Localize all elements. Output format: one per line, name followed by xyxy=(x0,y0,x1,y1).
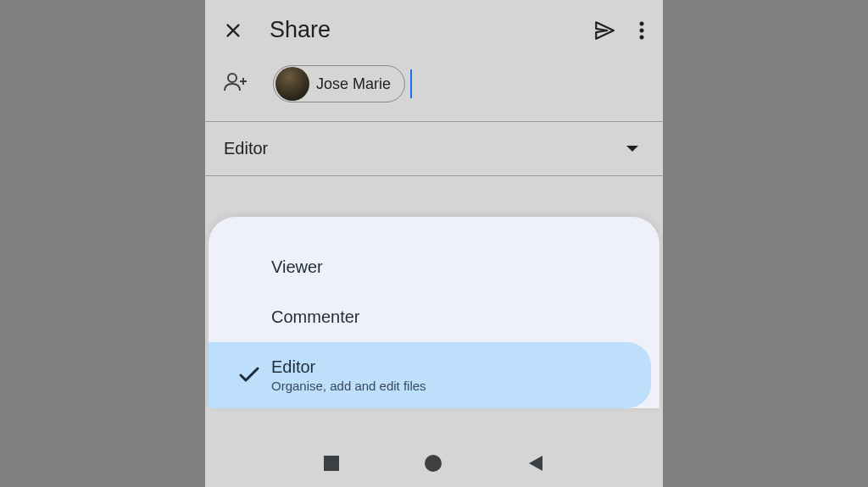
share-screen: Share Jose Marie Editor Viewer xyxy=(205,0,663,487)
svg-point-1 xyxy=(640,28,644,32)
svg-point-2 xyxy=(640,35,644,39)
svg-point-0 xyxy=(640,21,644,25)
home-button[interactable] xyxy=(424,454,442,476)
close-button[interactable] xyxy=(224,21,242,40)
svg-point-3 xyxy=(228,74,236,82)
option-commenter[interactable]: Commenter xyxy=(209,292,659,342)
add-person-icon xyxy=(224,72,249,96)
recipient-name: Jose Marie xyxy=(316,75,391,93)
avatar xyxy=(275,67,309,101)
option-text: Viewer xyxy=(271,257,323,277)
svg-point-5 xyxy=(425,455,442,472)
triangle-back-icon xyxy=(527,454,544,473)
option-editor[interactable]: Editor Organise, add and edit files xyxy=(209,342,651,408)
android-navbar xyxy=(205,443,663,487)
option-sublabel: Organise, add and edit files xyxy=(271,379,426,393)
option-label: Viewer xyxy=(271,257,323,277)
recipient-row: Jose Marie xyxy=(205,58,663,122)
option-label: Editor xyxy=(271,357,426,377)
option-label: Commenter xyxy=(271,307,359,327)
header: Share xyxy=(205,0,663,58)
svg-rect-4 xyxy=(324,456,339,471)
option-viewer[interactable]: Viewer xyxy=(209,242,659,292)
close-icon xyxy=(224,21,242,40)
circle-icon xyxy=(424,454,442,473)
back-button[interactable] xyxy=(527,454,544,476)
role-dropdown[interactable]: Editor xyxy=(205,122,663,176)
option-text: Commenter xyxy=(271,307,359,327)
chevron-down-icon xyxy=(626,145,639,153)
square-icon xyxy=(324,456,339,471)
option-text: Editor Organise, add and edit files xyxy=(271,357,426,393)
role-options-popup: Viewer Commenter Editor Organise, add an… xyxy=(209,217,659,408)
more-vert-icon xyxy=(639,20,644,41)
check-icon xyxy=(227,367,271,384)
text-cursor xyxy=(410,69,412,98)
recipient-chip[interactable]: Jose Marie xyxy=(273,65,405,102)
overview-button[interactable] xyxy=(324,456,339,474)
more-button[interactable] xyxy=(639,20,644,41)
send-icon xyxy=(593,19,615,42)
page-title: Share xyxy=(270,17,593,43)
send-button[interactable] xyxy=(593,19,615,42)
role-dropdown-label: Editor xyxy=(224,139,268,158)
